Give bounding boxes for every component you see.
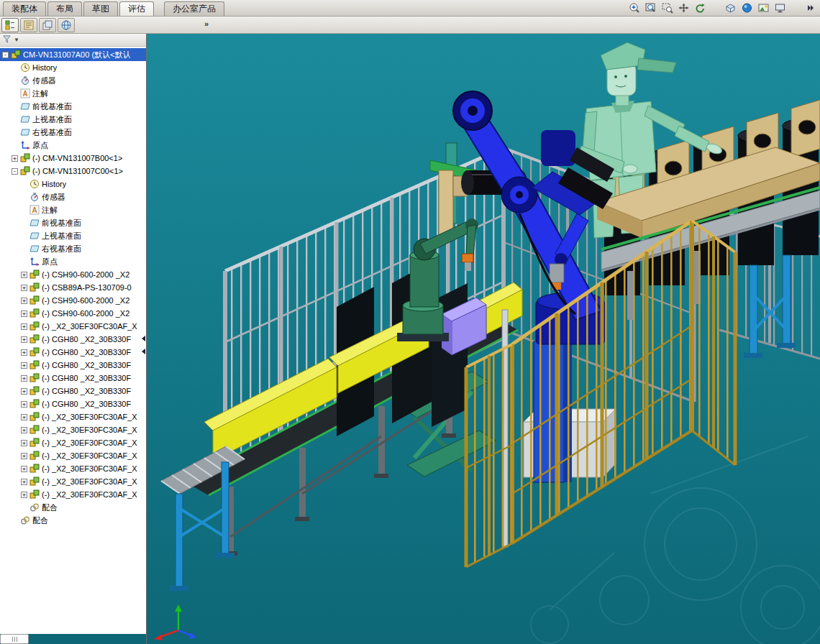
tree-item[interactable]: -CM-VN131007A00 (默认<默认 xyxy=(0,48,146,61)
tree-item[interactable]: A注解 xyxy=(0,87,146,100)
view-settings-icon[interactable] xyxy=(773,1,787,14)
tree-item[interactable]: 右视基准面 xyxy=(0,242,146,255)
tree-expander[interactable]: + xyxy=(21,466,27,472)
tree-item-label: (-) CSH90-600-2000 _X2 xyxy=(42,296,129,305)
tree-item[interactable]: 前视基准面 xyxy=(0,100,146,113)
tab-2[interactable]: 布局 xyxy=(47,1,82,16)
tree-expander[interactable]: + xyxy=(21,310,27,317)
tree-expander[interactable]: + xyxy=(21,349,27,356)
tree-item-label: CM-VN131007A00 (默认<默认 xyxy=(23,50,130,60)
scene-icon[interactable] xyxy=(756,1,770,14)
assembly-icon xyxy=(29,270,40,280)
tree-item-label: (-) CGH80 _X2_30B330F xyxy=(42,400,131,408)
tree-item[interactable]: +(-) CGH80 _X2_30B330F xyxy=(0,385,146,397)
tree-expander[interactable]: + xyxy=(21,336,27,343)
tree-item[interactable]: +(-) CSH90-600-2000 _X2 xyxy=(0,294,146,307)
rotate-view-icon[interactable] xyxy=(693,1,707,14)
assembly-scene xyxy=(147,34,820,644)
tree-item[interactable]: +(-) CGH80 _X2_30B330F xyxy=(0,372,146,385)
assembly-icon xyxy=(29,360,40,370)
assembly-icon xyxy=(29,477,40,487)
scrollbar-thumb[interactable] xyxy=(0,634,29,644)
tree-item[interactable]: 原点 xyxy=(0,139,146,152)
displaymanager-tab-icon[interactable] xyxy=(58,18,75,32)
tree-expander[interactable]: + xyxy=(21,272,27,278)
tree-item[interactable]: A注解 xyxy=(0,203,146,216)
tree-item[interactable]: 传感器 xyxy=(0,74,146,87)
filter-funnel-icon[interactable] xyxy=(2,34,12,47)
tree-item[interactable]: +(-) _X2_30EF30FC30AF_X xyxy=(0,320,146,333)
tree-expander[interactable]: + xyxy=(21,285,27,291)
tree-item[interactable]: +(-) CGH80 _X2_30B330F xyxy=(0,359,146,372)
expand-toolbar-icon[interactable] xyxy=(803,1,817,14)
tree-expander[interactable]: + xyxy=(21,375,27,382)
pan-icon[interactable] xyxy=(676,1,691,14)
tree-expander[interactable]: - xyxy=(12,168,18,175)
tab-1[interactable]: 装配体 xyxy=(3,1,46,16)
tree-item[interactable]: +(-) _X2_30EF30FC30AF_X xyxy=(0,475,146,488)
tree-expander[interactable]: + xyxy=(21,453,27,459)
tree-item[interactable]: 前视基准面 xyxy=(0,216,146,229)
svg-text:A: A xyxy=(32,206,37,214)
tree-item-label: 注解 xyxy=(42,205,58,216)
tree-item[interactable]: +(-) _X2_30EF30FC30AF_X xyxy=(0,410,146,423)
tree-item[interactable]: 上视基准面 xyxy=(0,229,146,242)
origin-icon xyxy=(20,140,30,150)
tree-item[interactable]: -(-) CM-VN131007C00<1> xyxy=(0,165,146,178)
assembly-icon xyxy=(29,308,40,318)
tab-4[interactable]: 评估 xyxy=(119,1,154,16)
zoom-to-area-icon[interactable] xyxy=(660,1,674,14)
tree-expander[interactable]: + xyxy=(21,401,27,408)
tree-item[interactable]: +(-) CGH80 _X2_30B330F xyxy=(0,346,146,359)
tree-item[interactable]: +(-) _X2_30EF30FC30AF_X xyxy=(0,423,146,436)
tree-expander[interactable]: + xyxy=(21,414,27,420)
tree-item[interactable]: 上视基准面 xyxy=(0,113,146,126)
tree-expander[interactable]: + xyxy=(21,298,27,304)
tree-item[interactable]: +(-) CSB89A-PS-130709-0 xyxy=(0,281,146,294)
tree-expander[interactable]: + xyxy=(21,479,27,485)
tree-item[interactable]: +(-) CGH80 _X2_30B330F xyxy=(0,333,146,346)
tree-item[interactable]: 右视基准面 xyxy=(0,126,146,139)
tree-item[interactable]: 传感器 xyxy=(0,190,146,203)
view-toolbar xyxy=(627,1,817,16)
tree-item-label: (-) _X2_30EF30FC30AF_X xyxy=(42,426,137,434)
tree-item[interactable]: History xyxy=(0,178,146,190)
configurationmanager-tab-icon[interactable] xyxy=(39,18,56,32)
tree-expander[interactable]: + xyxy=(21,362,27,369)
tree-expander[interactable]: + xyxy=(21,492,27,498)
zoom-to-fit-icon[interactable] xyxy=(643,1,657,14)
tree-expander[interactable]: + xyxy=(21,440,27,446)
panel-splitter-handle[interactable] xyxy=(140,336,146,354)
display-style-icon[interactable] xyxy=(723,1,737,14)
tree-item[interactable]: +(-) CGH80 _X2_30B330F xyxy=(0,397,146,410)
tree-expander[interactable]: + xyxy=(21,323,27,330)
tree-item[interactable]: 配合 xyxy=(0,501,146,514)
toolbar-overflow-chevron[interactable]: » xyxy=(204,19,208,28)
tree-expander[interactable]: + xyxy=(21,427,27,433)
appearance-icon[interactable] xyxy=(739,1,754,14)
tree-expander[interactable]: + xyxy=(12,155,18,162)
tree-item[interactable]: +(-) CM-VN131007B00<1> xyxy=(0,152,146,165)
tree-horizontal-scrollbar[interactable] xyxy=(0,634,146,644)
tree-item[interactable]: +(-) _X2_30EF30FC30AF_X xyxy=(0,488,146,501)
tree-item[interactable]: +(-) CSH90-600-2000 _X2 xyxy=(0,307,146,320)
origin-icon xyxy=(29,257,40,267)
tree-expander[interactable]: - xyxy=(2,52,9,58)
propertymanager-tab-icon[interactable] xyxy=(20,18,37,32)
zoom-in-out-icon[interactable] xyxy=(627,1,641,14)
tree-item[interactable]: History xyxy=(0,61,146,74)
annotations-icon: A xyxy=(29,205,40,215)
tree-expander[interactable]: + xyxy=(21,388,27,395)
viewport-3d[interactable] xyxy=(147,34,820,644)
tree-item[interactable]: +(-) _X2_30EF30FC30AF_X xyxy=(0,449,146,462)
tree-item[interactable]: +(-) _X2_30EF30FC30AF_X xyxy=(0,462,146,475)
tab-3[interactable]: 草图 xyxy=(83,1,118,16)
tab-5[interactable]: 办公室产品 xyxy=(164,1,224,16)
tree-item[interactable]: +(-) CSH90-600-2000 _X2 xyxy=(0,268,146,281)
tree-item[interactable]: 配合 xyxy=(0,514,146,527)
featuremanager-tab-icon[interactable] xyxy=(1,18,19,32)
chevron-down-icon[interactable]: ▼ xyxy=(14,37,19,43)
tree-item[interactable]: +(-) _X2_30EF30FC30AF_X xyxy=(0,436,146,449)
tree-item[interactable]: 原点 xyxy=(0,255,146,268)
tree-item-label: (-) CSB89A-PS-130709-0 xyxy=(42,283,132,292)
